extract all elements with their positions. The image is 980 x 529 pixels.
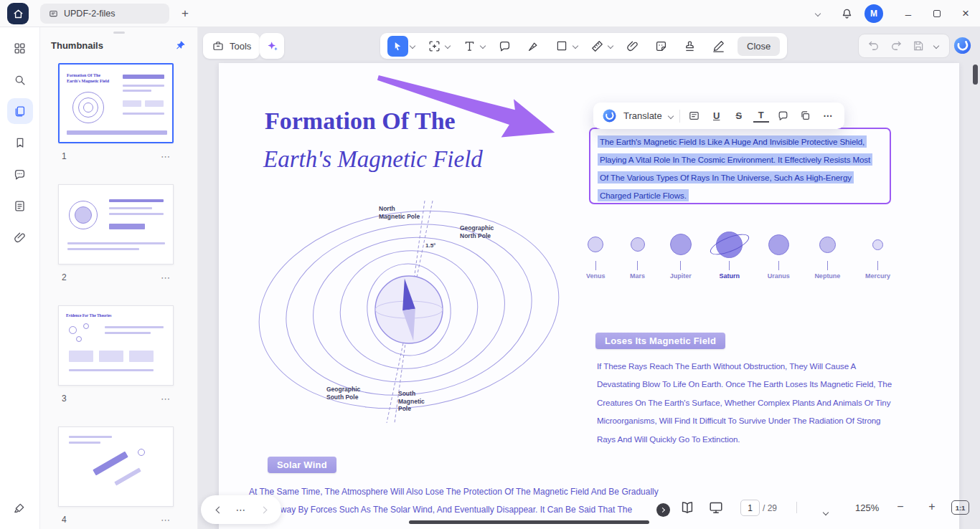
zoom-level-label[interactable]: 125% <box>855 502 879 513</box>
tabs-dropdown-button[interactable] <box>812 0 824 27</box>
notifications-button[interactable] <box>838 0 855 27</box>
nav-comments-button[interactable] <box>7 161 33 187</box>
next-page-button[interactable] <box>260 506 267 513</box>
doc-title-line1[interactable]: Formation Of The <box>265 108 456 134</box>
comment-icon[interactable] <box>776 108 791 124</box>
page-thumbnail-1[interactable]: Formation Of The Earth's Magnetic Field <box>58 63 174 143</box>
sketch-bar <box>67 242 165 244</box>
planet-circle <box>670 234 692 255</box>
thumbnail-more-button[interactable]: ⋯ <box>161 151 170 162</box>
tick <box>827 261 828 270</box>
nav-signature-button[interactable] <box>7 495 33 520</box>
page-number-input[interactable] <box>740 500 760 516</box>
label-axis-angle: 1.5° <box>425 242 435 250</box>
text-tool[interactable] <box>460 35 485 57</box>
measure-tool[interactable] <box>588 35 613 57</box>
redo-button[interactable] <box>890 39 903 52</box>
home-button[interactable] <box>7 3 29 24</box>
selected-text-line[interactable]: Charged Particle Flows. <box>598 186 872 204</box>
chevron-down-icon[interactable] <box>933 43 939 49</box>
signature-tool-button[interactable] <box>709 35 727 57</box>
previous-page-button[interactable] <box>215 506 222 513</box>
thumbnail-more-button[interactable]: ⋯ <box>161 272 170 283</box>
selection-box[interactable]: The Earth's Magnetic Field Is Like A Hug… <box>589 128 891 204</box>
nav-attachments-button[interactable] <box>7 224 33 250</box>
zoom-out-button[interactable]: − <box>892 499 908 515</box>
undo-button[interactable] <box>867 39 880 52</box>
thumbnails-title: Thumbnails <box>51 40 103 51</box>
doc-title-line2[interactable]: Earth's Magnetic Field <box>263 146 483 172</box>
page-thumbnail-3[interactable]: Evidence For The Theories <box>58 305 174 386</box>
doc-paragraph[interactable]: If These Rays Reach The Earth Without Ob… <box>597 357 892 448</box>
chevron-down-icon[interactable] <box>667 113 673 118</box>
sketch-circle <box>138 449 145 456</box>
page-fit-dropdown-button[interactable] <box>824 505 828 518</box>
panel-resize-handle[interactable] <box>113 32 125 34</box>
attachment-tool-button[interactable] <box>623 35 641 57</box>
planet-circle <box>872 239 883 250</box>
horizontal-scrollbar[interactable] <box>409 520 649 524</box>
doc-text-line[interactable]: Swept Away By Forces Such As The Solar W… <box>249 505 632 515</box>
minimize-button[interactable]: – <box>895 0 921 27</box>
highlight-icon[interactable] <box>687 108 702 124</box>
more-icon[interactable]: ⋯ <box>820 108 836 124</box>
translate-label[interactable]: Translate <box>623 110 662 121</box>
close-button[interactable]: Close <box>738 37 780 56</box>
sketch-bar <box>114 467 141 485</box>
copy-icon[interactable] <box>798 108 814 124</box>
slideshow-button[interactable] <box>708 500 724 515</box>
shape-tool[interactable] <box>552 35 578 57</box>
nav-apps-button[interactable] <box>7 35 33 61</box>
planet-label: Jupiter <box>670 272 692 280</box>
text-style-icon[interactable]: T <box>753 110 769 123</box>
nav-bookmarks-button[interactable] <box>7 130 33 156</box>
tools-button[interactable]: Tools <box>203 33 260 59</box>
nav-search-button[interactable] <box>7 67 33 92</box>
maximize-button[interactable] <box>924 0 950 27</box>
selected-text-line[interactable]: Playing A Vital Role In The Cosmic Envir… <box>598 151 872 168</box>
page-thumbnail-2[interactable] <box>58 184 174 264</box>
thumbnail-more-button[interactable]: ⋯ <box>161 394 170 404</box>
page-thumbnail-4[interactable] <box>58 426 174 507</box>
pen-tool-button[interactable] <box>524 35 542 57</box>
selected-text-line[interactable]: The Earth's Magnetic Field Is Like A Hug… <box>598 133 872 151</box>
bell-icon <box>840 7 854 21</box>
sticker-tool-button[interactable] <box>651 35 670 57</box>
comment-tool-button[interactable] <box>495 35 514 57</box>
select-tool[interactable] <box>387 36 415 57</box>
user-avatar[interactable]: M <box>864 4 883 23</box>
strikethrough-icon[interactable]: S <box>731 108 747 124</box>
crop-tool[interactable] <box>425 35 450 57</box>
ai-translate-logo[interactable] <box>602 108 617 123</box>
paperclip-icon <box>13 231 27 244</box>
label-geographic-north-pole: Geographic North Pole <box>460 224 494 239</box>
label-geographic-south-pole: Geographic South Pole <box>326 386 360 401</box>
updf-logo[interactable] <box>953 36 972 55</box>
stamp-tool-button[interactable] <box>680 35 699 57</box>
ai-assistant-button[interactable] <box>260 33 284 59</box>
page-nav-more-button[interactable]: ⋯ <box>236 504 247 515</box>
expand-panel-button[interactable] <box>656 503 670 517</box>
pin-icon[interactable] <box>174 39 187 52</box>
document-tab[interactable]: UPDF-2-files <box>40 4 169 24</box>
zoom-in-button[interactable]: + <box>924 499 940 515</box>
badge-solar-wind[interactable]: Solar Wind <box>268 457 336 473</box>
sketch-bar <box>145 100 164 107</box>
thumbnail-more-button[interactable]: ⋯ <box>161 515 170 525</box>
vertical-scrollbar[interactable] <box>973 65 978 85</box>
grid-icon <box>13 42 27 55</box>
nav-thumbnails-button[interactable] <box>7 98 33 124</box>
actual-size-button[interactable]: 1:1 <box>951 500 969 515</box>
reader-mode-button[interactable] <box>679 500 695 515</box>
doc-text-line[interactable]: At The Same Time, The Atmosphere Will Al… <box>249 487 659 497</box>
select-tool-button[interactable] <box>387 36 408 57</box>
selected-text-line[interactable]: Of The Various Types Of Rays In The Univ… <box>598 168 872 186</box>
document-page[interactable]: Formation Of The Earth's Magnetic Field <box>219 63 959 529</box>
badge-loses-magnetic-field[interactable]: Loses Its Magnetic Field <box>595 333 725 349</box>
save-button[interactable] <box>912 39 925 52</box>
nav-summary-button[interactable] <box>7 193 33 219</box>
close-window-button[interactable]: × <box>953 0 979 27</box>
underline-icon[interactable]: U <box>709 108 725 124</box>
history-toolbar <box>858 34 950 58</box>
new-tab-button[interactable]: + <box>176 5 194 22</box>
